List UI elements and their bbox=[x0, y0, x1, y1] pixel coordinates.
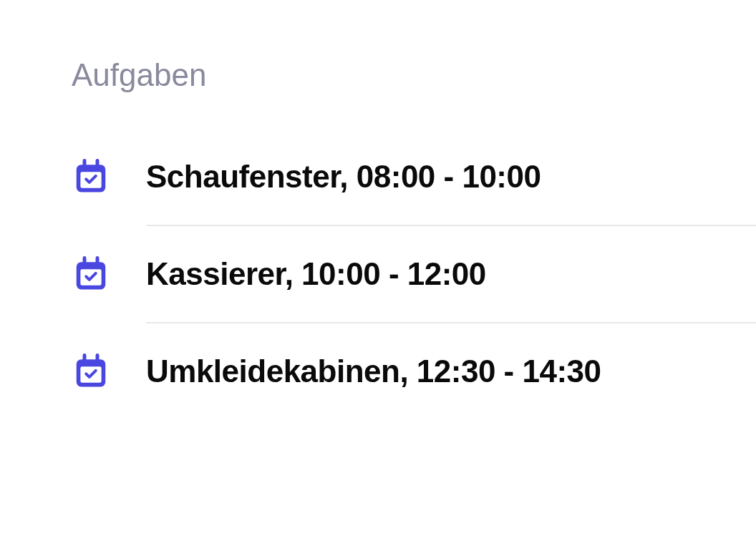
divider bbox=[146, 225, 756, 226]
task-label: Umkleidekabinen, 12:30 - 14:30 bbox=[146, 354, 601, 389]
section-title: Aufgaben bbox=[72, 57, 756, 93]
task-item[interactable]: Schaufenster, 08:00 - 10:00 bbox=[72, 157, 756, 196]
task-item[interactable]: Umkleidekabinen, 12:30 - 14:30 bbox=[72, 352, 756, 391]
calendar-check-icon bbox=[72, 352, 110, 391]
calendar-check-icon bbox=[72, 255, 110, 293]
task-list: Schaufenster, 08:00 - 10:00 Kassierer, 1… bbox=[72, 157, 756, 391]
calendar-check-icon bbox=[72, 157, 110, 196]
task-label: Schaufenster, 08:00 - 10:00 bbox=[146, 159, 541, 195]
task-label: Kassierer, 10:00 - 12:00 bbox=[146, 256, 486, 292]
divider bbox=[146, 322, 756, 323]
task-item[interactable]: Kassierer, 10:00 - 12:00 bbox=[72, 255, 756, 293]
